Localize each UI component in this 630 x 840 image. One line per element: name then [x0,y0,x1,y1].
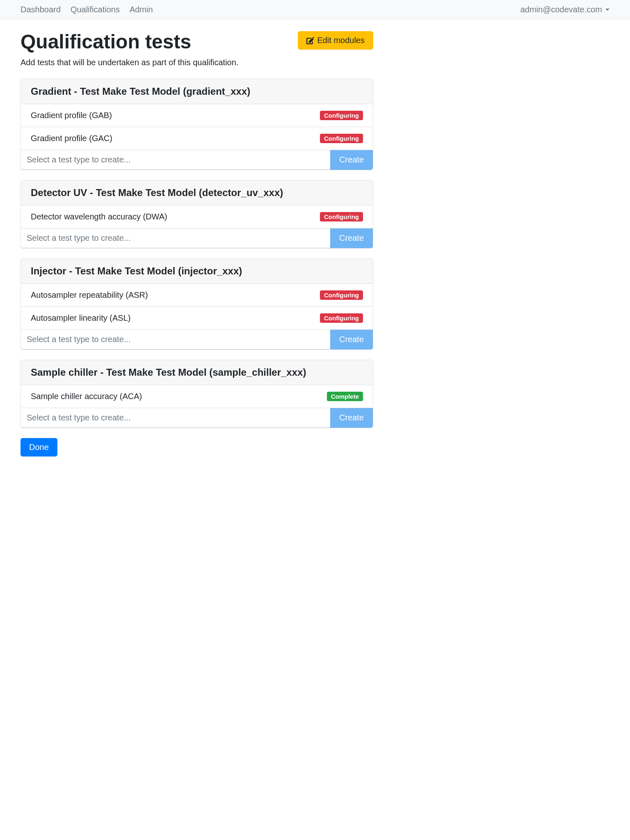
user-dropdown[interactable]: admin@codevate.com [520,5,609,14]
test-name: Gradient profile (GAC) [31,134,112,143]
user-email: admin@codevate.com [520,5,602,14]
done-button[interactable]: Done [21,438,57,457]
create-button[interactable]: Create [330,150,373,170]
status-badge: Configuring [320,212,363,221]
test-row[interactable]: Autosampler repeatability (ASR)Configuri… [21,284,373,307]
test-name: Gradient profile (GAB) [31,111,112,120]
caret-down-icon [605,9,609,11]
test-name: Sample chiller accuracy (ACA) [31,392,142,401]
status-badge: Complete [327,392,363,401]
module-title: Injector - Test Make Test Model (injecto… [21,259,373,284]
test-type-select[interactable]: Select a test type to create... [21,150,330,170]
test-row[interactable]: Gradient profile (GAC)Configuring [21,127,373,150]
create-test-input-group: Select a test type to create...Create [21,150,373,170]
create-button[interactable]: Create [330,330,373,349]
page-header: Qualification tests Edit modules [21,31,373,53]
test-name: Autosampler linearity (ASL) [31,313,130,323]
module-card: Sample chiller - Test Make Test Model (s… [21,360,373,428]
test-row[interactable]: Detector wavelength accuracy (DWA)Config… [21,205,373,228]
module-title: Detector UV - Test Make Test Model (dete… [21,180,373,205]
create-button[interactable]: Create [330,408,373,428]
nav-link-qualifications[interactable]: Qualifications [71,5,120,14]
status-badge: Configuring [320,290,363,300]
edit-modules-button[interactable]: Edit modules [298,31,373,50]
nav-links: Dashboard Qualifications Admin [21,5,153,14]
edit-modules-label: Edit modules [317,36,365,45]
test-row[interactable]: Gradient profile (GAB)Configuring [21,104,373,127]
main-container: Qualification tests Edit modules Add tes… [0,20,394,468]
test-row[interactable]: Sample chiller accuracy (ACA)Complete [21,385,373,408]
create-test-input-group: Select a test type to create...Create [21,408,373,428]
nav-link-admin[interactable]: Admin [130,5,153,14]
status-badge: Configuring [320,111,363,120]
page-subtitle: Add tests that will be undertaken as par… [21,58,373,67]
page-title: Qualification tests [21,31,191,53]
status-badge: Configuring [320,313,363,323]
create-test-input-group: Select a test type to create...Create [21,228,373,248]
module-card: Detector UV - Test Make Test Model (dete… [21,180,373,249]
test-type-select[interactable]: Select a test type to create... [21,408,330,428]
edit-icon [306,37,314,44]
create-button[interactable]: Create [330,228,373,248]
nav-link-dashboard[interactable]: Dashboard [21,5,61,14]
test-type-select[interactable]: Select a test type to create... [21,330,330,349]
test-type-select[interactable]: Select a test type to create... [21,228,330,248]
module-title: Sample chiller - Test Make Test Model (s… [21,360,373,385]
create-test-input-group: Select a test type to create...Create [21,330,373,349]
status-badge: Configuring [320,134,363,143]
module-title: Gradient - Test Make Test Model (gradien… [21,79,373,104]
test-name: Detector wavelength accuracy (DWA) [31,212,167,221]
test-name: Autosampler repeatability (ASR) [31,290,148,300]
navbar: Dashboard Qualifications Admin admin@cod… [0,0,630,20]
module-card: Injector - Test Make Test Model (injecto… [21,258,373,350]
test-row[interactable]: Autosampler linearity (ASL)Configuring [21,307,373,330]
module-card: Gradient - Test Make Test Model (gradien… [21,79,373,170]
